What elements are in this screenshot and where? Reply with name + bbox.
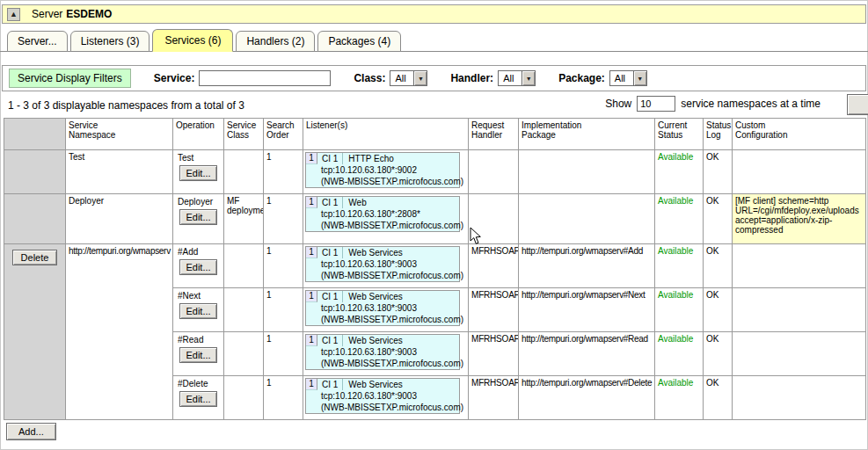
- namespace-count-summary: 1 - 3 of 3 displayable namespaces from a…: [8, 99, 244, 112]
- custom-config-cell: [733, 288, 866, 332]
- col-status-log: Status Log: [704, 119, 733, 150]
- listener-name: Web Services: [343, 247, 408, 258]
- custom-config-cell: [733, 332, 866, 376]
- table-header-row: Service Namespace Operation Service Clas…: [4, 119, 866, 150]
- listener-host: (NWB-MBISSETXP.microfocus.com): [306, 220, 459, 231]
- tab-handlers[interactable]: Handlers (2): [236, 31, 315, 52]
- service-filter-label: Service:: [154, 72, 195, 84]
- edit-button[interactable]: Edit...: [179, 347, 216, 363]
- collapse-triangle-icon[interactable]: ▲: [7, 8, 20, 21]
- current-status-cell: Available: [655, 150, 704, 194]
- operation-cell: Test Edit...: [173, 150, 224, 194]
- edit-button[interactable]: Edit...: [179, 165, 216, 181]
- implementation-cell: [519, 194, 655, 244]
- listener-header: 1 CI 1 Web Services: [306, 291, 459, 302]
- chevron-down-icon[interactable]: ▼: [413, 71, 427, 85]
- handler-filter-group: Handler: All ▼: [450, 70, 536, 86]
- handler-filter-label: Handler:: [450, 72, 493, 84]
- services-admin-page: ▲ ServerESDEMO Server... Listeners (3) S…: [0, 0, 868, 450]
- listener-entry: 1 CI 1 HTTP Echo tcp:10.120.63.180*:9002…: [305, 152, 460, 188]
- service-class-cell: [224, 332, 264, 376]
- current-status-cell: Available: [655, 194, 704, 244]
- operation-name: #Add: [176, 246, 221, 257]
- listener-index: 1: [306, 379, 317, 390]
- show-count-input[interactable]: [637, 96, 675, 112]
- search-order-cell: 1: [264, 150, 303, 194]
- listener-host: (NWB-MBISSETXP.microfocus.com): [306, 314, 459, 325]
- service-filter-group: Service:: [154, 70, 332, 86]
- implementation-cell: http://tempuri.org/wmapserv#Read: [519, 332, 655, 376]
- listener-entry: 1 CI 1 Web Services tcp:10.120.63.180*:9…: [305, 246, 460, 282]
- refresh-button-partial[interactable]: [847, 94, 868, 115]
- service-class-cell: [224, 376, 264, 420]
- edit-button[interactable]: Edit...: [179, 391, 216, 407]
- package-filter-value: All: [610, 71, 633, 85]
- search-order-cell: 1: [264, 288, 303, 332]
- listener-header: 1 CI 1 Web Services: [306, 335, 459, 346]
- add-button[interactable]: Add...: [6, 423, 56, 440]
- listener-index: 1: [306, 153, 317, 164]
- edit-button[interactable]: Edit...: [179, 259, 216, 275]
- service-filter-input[interactable]: [199, 70, 331, 86]
- handler-filter-select[interactable]: All ▼: [498, 70, 536, 86]
- action-cell: [4, 150, 66, 194]
- status-log-cell: OK: [704, 194, 733, 244]
- filter-title: Service Display Filters: [9, 69, 131, 88]
- col-service-class: Service Class: [224, 119, 264, 150]
- current-status-cell: Available: [655, 376, 704, 420]
- package-filter-select[interactable]: All ▼: [609, 70, 647, 86]
- edit-button[interactable]: Edit...: [179, 209, 216, 225]
- listener-host: (NWB-MBISSETXP.microfocus.com): [306, 176, 459, 187]
- show-label: Show: [605, 98, 631, 110]
- package-filter-label: Package:: [558, 72, 605, 84]
- custom-config-cell: [733, 150, 866, 194]
- listener-host: (NWB-MBISSETXP.microfocus.com): [306, 358, 459, 369]
- edit-button[interactable]: Edit...: [179, 303, 216, 319]
- tab-packages[interactable]: Packages (4): [317, 31, 401, 52]
- tab-listeners[interactable]: Listeners (3): [70, 31, 150, 52]
- col-search-order: Search Order: [264, 119, 303, 150]
- delete-button[interactable]: Delete: [12, 250, 58, 265]
- listener-index: 1: [306, 291, 317, 302]
- filter-bar: Service Display Filters Service: Class: …: [2, 65, 866, 91]
- request-handler-cell: MFRHSOAP: [469, 288, 519, 332]
- listener-endpoint: tcp:10.120.63.180*:9003: [306, 390, 459, 402]
- namespace-cell: http://tempuri.org/wmapserv: [66, 244, 173, 420]
- listener-endpoint: tcp:10.120.63.180*:9002: [306, 164, 459, 176]
- request-handler-cell: MFRHSOAP: [469, 376, 519, 420]
- listeners-cell: 1 CI 1 Web Services tcp:10.120.63.180*:9…: [303, 288, 469, 332]
- status-log-cell: OK: [704, 376, 733, 420]
- listener-comms: CI 1: [317, 247, 343, 258]
- chevron-down-icon[interactable]: ▼: [633, 71, 646, 85]
- implementation-cell: http://tempuri.org/wmapserv#Delete: [519, 376, 655, 420]
- custom-config-cell: [733, 376, 866, 420]
- server-label: Server: [32, 8, 62, 20]
- class-filter-select[interactable]: All ▼: [390, 70, 427, 86]
- mouse-cursor: [470, 227, 482, 245]
- listener-index: 1: [306, 247, 317, 258]
- action-cell: Delete: [4, 244, 66, 420]
- listener-index: 1: [306, 197, 317, 208]
- listener-comms: CI 1: [317, 291, 343, 302]
- listener-name: Web Services: [343, 291, 408, 302]
- tab-server[interactable]: Server...: [7, 31, 68, 52]
- operation-cell: #Next Edit...: [173, 288, 224, 332]
- listener-index: 1: [306, 335, 317, 346]
- search-order-cell: 1: [264, 332, 303, 376]
- tab-services[interactable]: Services (6): [152, 29, 233, 52]
- listener-entry: 1 CI 1 Web Services tcp:10.120.63.180*:9…: [305, 290, 460, 326]
- operation-name: Test: [176, 152, 221, 163]
- listeners-cell: 1 CI 1 Web Services tcp:10.120.63.180*:9…: [303, 332, 469, 376]
- listeners-cell: 1 CI 1 Web Services tcp:10.120.63.180*:9…: [303, 376, 469, 420]
- chevron-down-icon[interactable]: ▼: [522, 71, 535, 85]
- col-implementation-package: Implementation Package: [519, 119, 655, 150]
- class-filter-group: Class: All ▼: [354, 70, 427, 86]
- custom-config-cell: [MF client] scheme=http URL=/cgi/mfdeplo…: [733, 194, 866, 244]
- col-listeners: Listener(s): [303, 119, 469, 150]
- col-action: [4, 119, 66, 150]
- listener-comms: CI 1: [317, 335, 343, 346]
- custom-config-cell: [733, 244, 866, 288]
- operation-cell: #Delete Edit...: [173, 376, 224, 420]
- listener-entry: 1 CI 1 Web Services tcp:10.120.63.180*:9…: [305, 334, 460, 370]
- service-row-deployer: Deployer Deployer Edit... MF deployment …: [4, 194, 866, 244]
